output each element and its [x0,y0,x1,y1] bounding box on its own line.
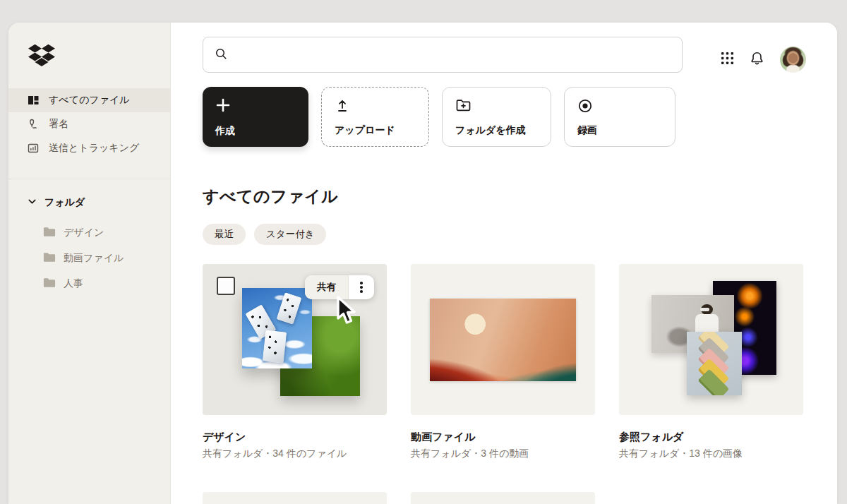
sidebar-item-all-files[interactable]: すべてのファイル [8,88,170,112]
record-icon [577,98,593,116]
plus-icon [215,97,231,116]
upload-icon [335,98,350,116]
card-title: 参照フォルダ [619,431,803,444]
folder-icon [43,252,56,265]
card-subtitle: 共有フォルダ・34 件のファイル [203,448,387,460]
sidebar-nav: すべてのファイル 署名 送信とトラッキング [8,88,170,160]
apps-grid-icon[interactable] [721,52,734,68]
sidebar-folder-list: デザイン 動画ファイル 人事 [8,220,170,296]
sidebar-folder-hr[interactable]: 人事 [8,271,170,296]
next-row-partial [203,492,595,504]
card-subtitle: 共有フォルダ・3 件の動画 [411,448,595,460]
app-window: すべてのファイル 署名 送信とトラッキング [8,23,837,504]
chevron-down-icon [27,196,37,209]
action-buttons-row: 作成 アップロード フォルダを作成 [203,87,675,147]
filter-starred[interactable]: スター付き [254,224,326,245]
sidebar-folder-videos[interactable]: 動画ファイル [8,246,170,271]
folder-item-label: 動画ファイル [64,252,124,265]
card-videos-thumbnail [411,264,595,415]
kebab-menu-icon [360,282,363,293]
notifications-bell-icon[interactable] [750,51,764,68]
share-button[interactable]: 共有 [305,275,348,299]
sidebar-item-label: すべてのファイル [49,94,130,107]
topbar-icons [721,42,806,77]
folder-icon [43,227,56,239]
record-button-label: 録画 [577,124,597,137]
create-button[interactable]: 作成 [203,87,308,147]
create-folder-button-label: フォルダを作成 [455,124,526,137]
create-folder-button[interactable]: フォルダを作成 [442,87,551,147]
sidebar: すべてのファイル 署名 送信とトラッキング [8,23,171,504]
search-input[interactable] [235,49,671,61]
search-icon [214,47,228,64]
die-shape [263,330,287,364]
sidebar-item-label: 署名 [49,118,68,131]
card-design-thumbnail: 共有 [203,264,387,415]
thumbnail-isometric-image [687,332,742,395]
sidebar-folder-design[interactable]: デザイン [8,220,170,246]
folders-header-label: フォルダ [44,196,85,209]
card-checkbox[interactable] [217,277,235,295]
search-bar[interactable] [203,37,683,73]
record-button[interactable]: 録画 [564,87,675,147]
folder-item-label: 人事 [64,277,83,290]
more-options-button[interactable] [349,275,374,299]
sidebar-item-send-tracking[interactable]: 送信とトラッキング [8,136,170,160]
die-shape [276,292,301,325]
card-partial[interactable] [411,492,595,504]
main-content: 作成 アップロード フォルダを作成 [171,23,837,504]
card-title: 動画ファイル [411,431,595,444]
card-subtitle: 共有フォルダ・13 件の画像 [619,448,803,460]
card-design[interactable]: 共有 デザイン 共有フォルダ・34 件のファイル [203,264,387,460]
avatar[interactable] [780,47,806,73]
filter-recent[interactable]: 最近 [203,224,246,245]
folder-item-label: デザイン [64,227,104,239]
upload-button-label: アップロード [335,124,395,137]
sidebar-item-signatures[interactable]: 署名 [8,112,170,136]
card-reference-thumbnail [619,264,803,415]
dropbox-logo-icon[interactable] [28,44,55,67]
sidebar-folders-header[interactable]: フォルダ [8,196,170,209]
all-files-icon [27,94,40,107]
create-button-label: 作成 [215,125,235,138]
card-partial[interactable] [203,492,387,504]
pen-icon [27,118,40,131]
sidebar-divider [8,179,170,179]
thumbnail-dice-image [242,288,312,368]
card-reference[interactable]: 参照フォルダ 共有フォルダ・13 件の画像 [619,264,803,460]
thumbnail-wave-image [430,299,576,381]
card-title: デザイン [203,431,387,444]
card-videos[interactable]: 動画ファイル 共有フォルダ・3 件の動画 [411,264,595,460]
upload-button[interactable]: アップロード [321,87,429,147]
tracking-chart-icon [27,142,40,155]
file-cards-row: 共有 デザイン 共有フォルダ・34 件のファイル [203,264,803,460]
folder-icon [43,277,56,290]
card-hover-toolbar: 共有 [305,275,374,299]
filter-chips: 最近 スター付き [203,224,326,245]
sidebar-item-label: 送信とトラッキング [49,142,139,155]
vr-headset [700,308,709,311]
page-title: すべてのファイル [203,186,338,208]
folder-plus-icon [455,98,472,116]
